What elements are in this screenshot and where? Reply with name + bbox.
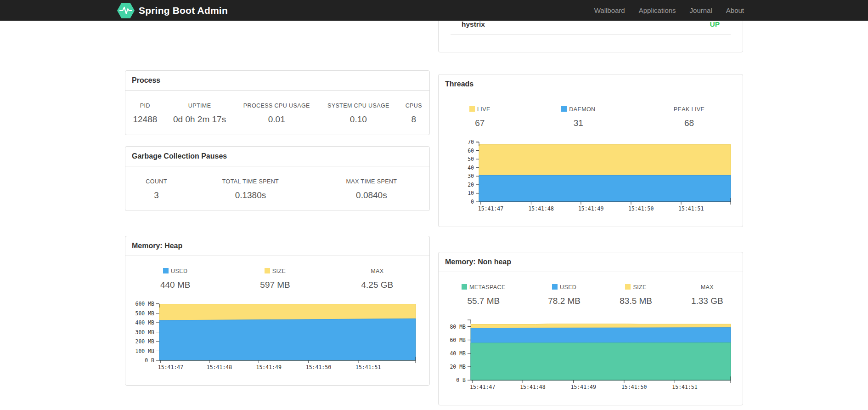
metric-value: 55.7 MB: [439, 290, 529, 316]
svg-text:100 MB: 100 MB: [135, 348, 154, 354]
gc-metrics: COUNTTOTAL TIME SPENTMAX TIME SPENT30.13…: [125, 166, 429, 211]
svg-text:10: 10: [468, 190, 474, 196]
svg-text:15:41:50: 15:41:50: [628, 205, 654, 212]
svg-text:300 MB: 300 MB: [135, 329, 154, 336]
metric-label: MAX: [325, 256, 429, 274]
svg-text:0 B: 0 B: [456, 377, 466, 383]
nav-item-about: About: [719, 0, 751, 21]
legend-swatch-icon: [469, 106, 475, 112]
threads-chart: 01020304050607015:41:4715:41:4815:41:491…: [439, 138, 743, 227]
metric-label: DAEMON: [521, 94, 636, 113]
metric-value: 3: [125, 185, 187, 211]
nav-item-wallboard: Wallboard: [587, 0, 632, 21]
svg-text:200 MB: 200 MB: [135, 338, 154, 345]
svg-text:80 MB: 80 MB: [450, 324, 466, 330]
metric-value: 8: [398, 109, 429, 135]
threads-metrics: LIVEDAEMONPEAK LIVE673168: [439, 94, 743, 138]
content: Process PIDUPTIMEPROCESS CPU USAGESYSTEM…: [125, 21, 743, 405]
svg-text:20: 20: [468, 182, 474, 188]
svg-text:70: 70: [468, 139, 474, 145]
metric-label: COUNT: [125, 166, 187, 185]
legend-swatch-icon: [265, 268, 270, 273]
svg-text:40 MB: 40 MB: [450, 350, 466, 357]
svg-text:15:41:47: 15:41:47: [478, 205, 503, 212]
metric-value: 597 MB: [225, 274, 325, 300]
metric-value: 0.0840s: [314, 185, 429, 211]
right-column: hystrix UP Threads LIVEDAEMONPEAK LIVE67…: [438, 21, 743, 405]
svg-text:15:41:51: 15:41:51: [672, 384, 697, 390]
svg-text:500 MB: 500 MB: [135, 310, 154, 317]
metric-value: 68: [636, 113, 743, 138]
metric-label: PEAK LIVE: [636, 94, 743, 113]
metric-value: 0.10: [319, 109, 398, 135]
metrics-table: PIDUPTIMEPROCESS CPU USAGESYSTEM CPU USA…: [125, 91, 429, 135]
memory-heap-chart: 0 B100 MB200 MB300 MB400 MB500 MB600 MB1…: [125, 300, 429, 385]
brand-link[interactable]: Spring Boot Admin: [117, 2, 228, 19]
memory-heap-metrics: USEDSIZEMAX440 MB597 MB4.25 GB: [125, 256, 429, 300]
memory-heap-title: Memory: Heap: [125, 236, 429, 256]
svg-text:15:41:48: 15:41:48: [207, 364, 232, 370]
nav-link-applications[interactable]: Applications: [632, 0, 683, 21]
metric-value: 1.33 GB: [672, 290, 743, 316]
memory_nonheap-chart-svg: 0 B20 MB40 MB60 MB80 MB15:41:4715:41:481…: [439, 316, 743, 393]
metric-value: 31: [521, 113, 636, 138]
metric-label: CPUS: [398, 91, 429, 109]
metric-label: USED: [125, 256, 225, 274]
memory-nonheap-metrics: METASPACEUSEDSIZEMAX55.7 MB78.2 MB83.5 M…: [439, 272, 743, 316]
metric-label: SYSTEM CPU USAGE: [319, 91, 398, 109]
metric-label: METASPACE: [439, 272, 529, 290]
navbar: Spring Boot Admin WallboardApplicationsJ…: [0, 0, 868, 21]
nav-links: WallboardApplicationsJournalAbout: [587, 0, 751, 21]
svg-text:15:41:50: 15:41:50: [621, 384, 647, 390]
svg-text:15:41:51: 15:41:51: [678, 205, 704, 212]
spring-boot-admin-logo-icon: [117, 2, 135, 19]
metric-value: 78.2 MB: [529, 290, 600, 316]
process-panel: Process PIDUPTIMEPROCESS CPU USAGESYSTEM…: [125, 70, 430, 135]
brand-title: Spring Boot Admin: [139, 5, 228, 16]
svg-text:15:41:51: 15:41:51: [355, 364, 381, 370]
metric-label: SIZE: [600, 272, 672, 290]
metric-value: 4.25 GB: [325, 274, 429, 300]
metric-label: MAX: [672, 272, 743, 290]
metric-value: 440 MB: [125, 274, 225, 300]
nav-item-applications: Applications: [632, 0, 683, 21]
status-badge: UP: [710, 20, 720, 28]
svg-text:0: 0: [471, 199, 474, 205]
left-column: Process PIDUPTIMEPROCESS CPU USAGESYSTEM…: [125, 21, 430, 386]
metric-value: 67: [439, 113, 521, 138]
nav-link-wallboard[interactable]: Wallboard: [587, 0, 632, 21]
metrics-table: LIVEDAEMONPEAK LIVE673168: [439, 94, 743, 138]
metric-label: SIZE: [225, 256, 325, 274]
metric-value: 12488: [125, 109, 165, 135]
svg-text:15:41:48: 15:41:48: [528, 205, 553, 212]
legend-swatch-icon: [561, 106, 567, 112]
svg-text:15:41:50: 15:41:50: [306, 364, 331, 370]
nav-link-journal[interactable]: Journal: [683, 0, 719, 21]
metric-label: LIVE: [439, 94, 521, 113]
svg-text:30: 30: [468, 173, 474, 179]
metric-label: TOTAL TIME SPENT: [187, 166, 314, 185]
nav-link-about[interactable]: About: [719, 0, 751, 21]
gc-title: Garbage Collection Pauses: [125, 147, 429, 166]
svg-text:40: 40: [468, 165, 474, 171]
metric-value: 0.01: [235, 109, 319, 135]
memory-nonheap-panel: Memory: Non heap METASPACEUSEDSIZEMAX55.…: [438, 252, 743, 405]
metric-label: MAX TIME SPENT: [314, 166, 429, 185]
metrics-table: METASPACEUSEDSIZEMAX55.7 MB78.2 MB83.5 M…: [439, 272, 743, 316]
legend-swatch-icon: [552, 284, 558, 290]
legend-swatch-icon: [163, 268, 169, 273]
health-row-hystrix: hystrix UP: [451, 19, 731, 34]
svg-text:60 MB: 60 MB: [450, 337, 466, 343]
svg-text:15:41:47: 15:41:47: [158, 364, 183, 370]
threads-panel: Threads LIVEDAEMONPEAK LIVE673168 010203…: [438, 74, 743, 227]
svg-text:0 B: 0 B: [145, 357, 154, 364]
threads-chart-svg: 01020304050607015:41:4715:41:4815:41:491…: [439, 138, 743, 215]
gc-panel: Garbage Collection Pauses COUNTTOTAL TIM…: [125, 146, 430, 211]
metrics-table: USEDSIZEMAX440 MB597 MB4.25 GB: [125, 256, 429, 300]
memory-nonheap-chart: 0 B20 MB40 MB60 MB80 MB15:41:4715:41:481…: [439, 316, 743, 405]
health-service-name: hystrix: [462, 20, 485, 28]
svg-text:600 MB: 600 MB: [135, 301, 154, 307]
svg-text:20 MB: 20 MB: [450, 364, 466, 370]
metric-label: UPTIME: [165, 91, 235, 109]
metric-label: USED: [529, 272, 600, 290]
